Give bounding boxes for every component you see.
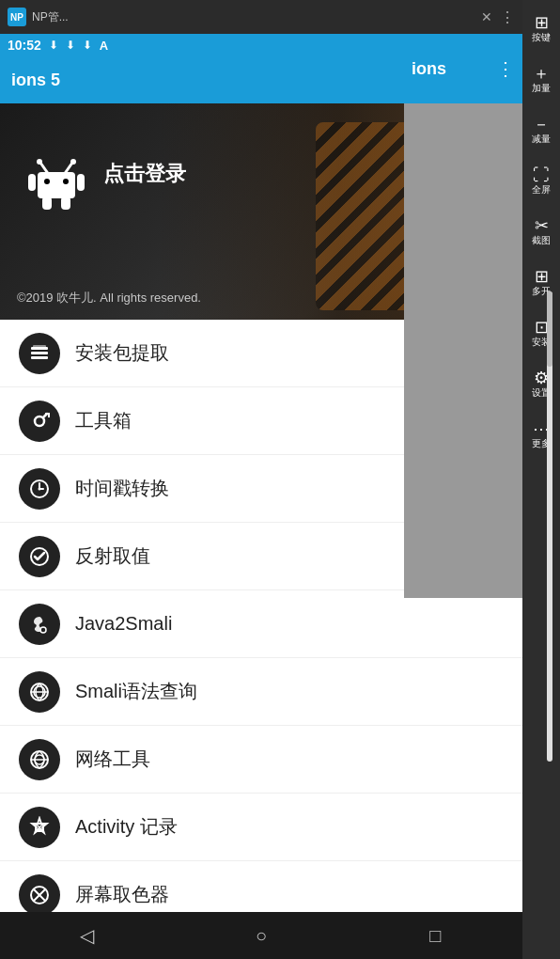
- svg-line-11: [40, 163, 47, 172]
- login-text[interactable]: 点击登录: [103, 160, 186, 188]
- toolbar-title: ions 5: [11, 71, 60, 90]
- timestamp-icon: [19, 468, 60, 510]
- back-button[interactable]: ◁: [69, 917, 106, 954]
- menu-label-network-tool: 网络工具: [75, 747, 150, 772]
- color-picker-icon: [19, 874, 60, 916]
- scrollbar[interactable]: [547, 291, 552, 762]
- right-sidebar: ⊞ 按键 ＋ 加量 － 减量 ⛶ 全屏 ✂ 截图 ⊞ 多开 ⊡ 安装 ⚙ 设置 …: [522, 0, 560, 959]
- menu-label-timestamp: 时间戳转换: [75, 476, 169, 501]
- svg-rect-17: [42, 197, 52, 210]
- svg-rect-8: [38, 172, 75, 198]
- screenshot-icon: ✂: [535, 217, 549, 234]
- bottom-nav: ◁ ○ □: [0, 912, 522, 959]
- svg-rect-15: [28, 174, 36, 191]
- sidebar-more-btn[interactable]: ⋯ 更多: [523, 410, 559, 459]
- menu-label-color-picker: 屏幕取色器: [75, 882, 169, 907]
- svg-rect-21: [31, 356, 48, 359]
- browser-more-button[interactable]: ⋮: [500, 8, 515, 26]
- fullscreen-icon: ⛶: [533, 166, 550, 183]
- status-time: 10:52: [8, 38, 41, 53]
- svg-point-10: [63, 179, 69, 184]
- sidebar-volume-up-btn[interactable]: ＋ 加量: [523, 55, 559, 103]
- side-panel: ions ⋮: [404, 34, 522, 598]
- menu-label-activity-log: Activity 记录: [75, 814, 178, 840]
- keyboard-icon: ⊞: [535, 14, 549, 31]
- home-icon: ○: [256, 925, 267, 947]
- svg-rect-18: [61, 197, 70, 210]
- menu-label-smali-syntax: Smali语法查询: [75, 679, 197, 704]
- menu-item-java2smali[interactable]: Java2Smali: [0, 590, 522, 658]
- tab-title: NP管...: [32, 9, 481, 25]
- side-panel-title: ions: [412, 59, 446, 79]
- sidebar-multiopen-btn[interactable]: ⊞ 多开: [523, 258, 559, 307]
- recents-button[interactable]: □: [416, 917, 454, 954]
- download-icon-2: ⬇: [66, 39, 75, 53]
- download-icon-3: ⬇: [83, 39, 92, 53]
- svg-rect-16: [77, 174, 85, 191]
- copyright-text: ©2019 吹牛儿. All rights reserved.: [17, 290, 201, 307]
- browser-tab-bar: NP NP管... ✕ ⋮: [0, 0, 522, 34]
- side-panel-more-icon[interactable]: ⋮: [496, 57, 515, 80]
- svg-rect-22: [33, 345, 46, 348]
- multiopen-icon: ⊞: [535, 268, 549, 285]
- svg-rect-20: [31, 352, 48, 354]
- apk-extract-icon: [19, 333, 60, 374]
- smali-syntax-icon: [19, 671, 60, 713]
- status-download-icons: ⬇ ⬇ ⬇ A: [49, 39, 108, 53]
- java2smali-icon: [19, 604, 60, 645]
- side-panel-header: ions ⋮: [404, 34, 522, 103]
- back-icon: ◁: [80, 924, 94, 947]
- menu-item-activity-log[interactable]: Activity 记录: [0, 794, 522, 861]
- menu-item-smali-syntax[interactable]: Smali语法查询: [0, 658, 522, 726]
- android-logo: [19, 141, 94, 216]
- sidebar-volume-down-btn[interactable]: － 减量: [523, 105, 559, 154]
- home-button[interactable]: ○: [242, 917, 280, 954]
- svg-point-27: [39, 487, 41, 490]
- menu-label-apk-extract: 安装包提取: [75, 340, 169, 366]
- menu-item-network-tool[interactable]: 网络工具: [0, 726, 522, 794]
- volume-down-icon: －: [533, 116, 550, 133]
- recents-icon: □: [429, 925, 441, 947]
- menu-label-reflection: 反射取值: [75, 543, 150, 569]
- tab-favicon: NP: [8, 8, 26, 26]
- menu-label-java2smali: Java2Smali: [75, 613, 172, 635]
- sidebar-settings-btn[interactable]: ⚙ 设置: [523, 359, 559, 408]
- tab-close-button[interactable]: ✕: [481, 9, 492, 24]
- menu-label-toolbox: 工具箱: [75, 408, 132, 433]
- svg-line-12: [66, 163, 72, 172]
- svg-point-13: [37, 159, 42, 165]
- scrollbar-thumb[interactable]: [547, 291, 552, 367]
- activity-log-icon: [19, 807, 60, 848]
- side-panel-content: [404, 103, 522, 598]
- download-icon-4: A: [100, 39, 108, 53]
- svg-point-9: [44, 179, 50, 184]
- network-tool-icon: [19, 739, 60, 780]
- reflection-icon: [19, 536, 60, 577]
- sidebar-keyboard-btn[interactable]: ⊞ 按键: [523, 4, 559, 53]
- toolbox-icon: [19, 401, 60, 442]
- volume-up-icon: ＋: [533, 65, 550, 82]
- sidebar-install-btn[interactable]: ⊡ 安装: [523, 308, 559, 357]
- sidebar-screenshot-btn[interactable]: ✂ 截图: [523, 207, 559, 256]
- sidebar-fullscreen-btn[interactable]: ⛶ 全屏: [523, 156, 559, 205]
- download-icon-1: ⬇: [49, 39, 58, 53]
- svg-point-14: [70, 159, 76, 165]
